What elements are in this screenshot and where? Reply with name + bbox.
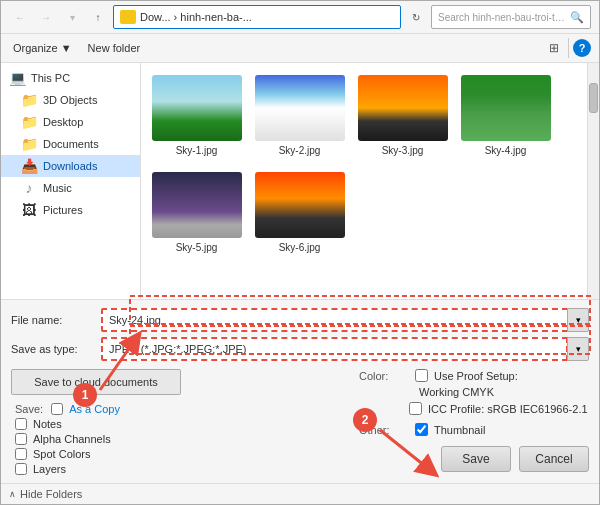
- sidebar-item-documents[interactable]: 📁 Documents: [1, 133, 140, 155]
- file-item-sky4[interactable]: Sky-4.jpg: [458, 71, 553, 160]
- checkboxes: Save: As a Copy Notes Alpha Channels: [11, 403, 349, 475]
- filetype-label: Save as type:: [11, 343, 101, 355]
- thumbnail-checkbox[interactable]: [415, 423, 428, 436]
- options-row: Save to cloud documents Save: As a Copy …: [11, 369, 589, 475]
- recent-button[interactable]: ▾: [61, 6, 83, 28]
- layers-label: Layers: [33, 463, 66, 475]
- organize-button[interactable]: Organize ▼: [9, 40, 76, 56]
- separator: [568, 38, 569, 58]
- hide-folders-bar[interactable]: ∧ Hide Folders: [1, 483, 599, 504]
- alpha-channels-label: Alpha Channels: [33, 433, 111, 445]
- filename-row: File name: ▾: [11, 308, 589, 332]
- color-row: Color: Use Proof Setup:: [359, 369, 589, 382]
- sidebar-label-desktop: Desktop: [43, 116, 83, 128]
- sidebar-label-downloads: Downloads: [43, 160, 97, 172]
- cancel-button[interactable]: Cancel: [519, 446, 589, 472]
- sidebar-item-3d-objects[interactable]: 📁 3D Objects: [1, 89, 140, 111]
- sidebar-item-this-pc[interactable]: 💻 This PC: [1, 67, 140, 89]
- thumbnail-label: Thumbnail: [434, 424, 485, 436]
- sidebar-item-pictures[interactable]: 🖼 Pictures: [1, 199, 140, 221]
- bottom-panel: File name: ▾ Save as type: ▾ Save to clo…: [1, 299, 599, 483]
- save-button[interactable]: Save: [441, 446, 511, 472]
- sidebar-label-documents: Documents: [43, 138, 99, 150]
- working-cmyk-label: Working CMYK: [419, 386, 494, 398]
- address-bar[interactable]: Dow... › hinh-nen-ba-...: [113, 5, 401, 29]
- other-row: Other: Thumbnail: [359, 423, 589, 436]
- file-item-sky1[interactable]: Sky-1.jpg: [149, 71, 244, 160]
- up-button[interactable]: ↑: [87, 6, 109, 28]
- icc-label: ICC Profile: sRGB IEC61966-2.1: [428, 403, 588, 415]
- search-bar[interactable]: Search hinh-nen-bau-troi-tai-... 🔍: [431, 5, 591, 29]
- sky4-filename: Sky-4.jpg: [485, 145, 527, 156]
- sidebar: 💻 This PC 📁 3D Objects 📁 Desktop 📁 Docum…: [1, 63, 141, 299]
- sidebar-item-desktop[interactable]: 📁 Desktop: [1, 111, 140, 133]
- filetype-dropdown-arrow[interactable]: ▾: [567, 337, 589, 361]
- view-icons: ⊞ ?: [544, 38, 591, 58]
- file-grid: Sky-1.jpg Sky-2.jpg Sky-3.jpg Sky-4.jpg …: [141, 63, 587, 299]
- as-copy-row: Save: As a Copy: [15, 403, 349, 415]
- as-copy-label: As a Copy: [69, 403, 120, 415]
- sky6-filename: Sky-6.jpg: [279, 242, 321, 253]
- filename-input[interactable]: [101, 308, 568, 332]
- icc-checkbox[interactable]: [409, 402, 422, 415]
- sky1-thumbnail: [152, 75, 242, 141]
- desktop-folder-icon: 📁: [21, 115, 37, 129]
- search-placeholder: Search hinh-nen-bau-troi-tai-...: [438, 12, 566, 23]
- spot-colors-checkbox[interactable]: [15, 448, 27, 460]
- file-item-sky2[interactable]: Sky-2.jpg: [252, 71, 347, 160]
- layers-checkbox[interactable]: [15, 463, 27, 475]
- downloads-icon: 📥: [21, 159, 37, 173]
- filename-dropdown-arrow[interactable]: ▾: [567, 308, 589, 332]
- navigation-toolbar: ← → ▾ ↑ Dow... › hinh-nen-ba-... ↻ Searc…: [1, 1, 599, 34]
- sky1-filename: Sky-1.jpg: [176, 145, 218, 156]
- new-folder-button[interactable]: New folder: [84, 40, 145, 56]
- vertical-scrollbar[interactable]: [587, 63, 599, 299]
- sky2-thumbnail: [255, 75, 345, 141]
- use-proof-checkbox[interactable]: [415, 369, 428, 382]
- filetype-input[interactable]: [101, 337, 568, 361]
- music-icon: ♪: [21, 181, 37, 195]
- filename-label: File name:: [11, 314, 101, 326]
- pictures-icon: 🖼: [21, 203, 37, 217]
- notes-checkbox[interactable]: [15, 418, 27, 430]
- sidebar-item-downloads[interactable]: 📥 Downloads: [1, 155, 140, 177]
- action-toolbar: Organize ▼ New folder ⊞ ?: [1, 34, 599, 63]
- folder-icon: [120, 10, 136, 24]
- icc-row: ICC Profile: sRGB IEC61966-2.1: [359, 402, 589, 415]
- sidebar-label-this-pc: This PC: [31, 72, 70, 84]
- documents-folder-icon: 📁: [21, 137, 37, 151]
- view-icon-button[interactable]: ⊞: [544, 38, 564, 58]
- working-cmyk-row: Working CMYK: [359, 386, 589, 398]
- color-label: Color:: [359, 370, 409, 382]
- cloud-save-button[interactable]: Save to cloud documents: [11, 369, 181, 395]
- alpha-channels-checkbox[interactable]: [15, 433, 27, 445]
- sidebar-label-pictures: Pictures: [43, 204, 83, 216]
- other-label: Other:: [359, 424, 409, 436]
- back-button[interactable]: ←: [9, 6, 31, 28]
- notes-label: Notes: [33, 418, 62, 430]
- pc-icon: 💻: [9, 71, 25, 85]
- file-item-sky5[interactable]: Sky-5.jpg: [149, 168, 244, 257]
- layers-row: Layers: [15, 463, 349, 475]
- right-options: Color: Use Proof Setup: Working CMYK ICC…: [359, 369, 589, 475]
- main-content: 💻 This PC 📁 3D Objects 📁 Desktop 📁 Docum…: [1, 63, 599, 299]
- forward-button[interactable]: →: [35, 6, 57, 28]
- chevron-up-icon: ∧: [9, 489, 16, 499]
- sky5-thumbnail: [152, 172, 242, 238]
- refresh-button[interactable]: ↻: [405, 6, 427, 28]
- as-copy-checkbox[interactable]: [51, 403, 63, 415]
- action-buttons: Save Cancel: [359, 446, 589, 472]
- save-label: Save:: [15, 403, 43, 415]
- notes-row: Notes: [15, 418, 349, 430]
- sky2-filename: Sky-2.jpg: [279, 145, 321, 156]
- scroll-thumb[interactable]: [589, 83, 598, 113]
- file-item-sky6[interactable]: Sky-6.jpg: [252, 168, 347, 257]
- use-proof-label: Use Proof Setup:: [434, 370, 518, 382]
- search-icon: 🔍: [570, 11, 584, 24]
- sidebar-label-music: Music: [43, 182, 72, 194]
- file-item-sky3[interactable]: Sky-3.jpg: [355, 71, 450, 160]
- alpha-channels-row: Alpha Channels: [15, 433, 349, 445]
- sidebar-item-music[interactable]: ♪ Music: [1, 177, 140, 199]
- help-button[interactable]: ?: [573, 39, 591, 57]
- sky3-thumbnail: [358, 75, 448, 141]
